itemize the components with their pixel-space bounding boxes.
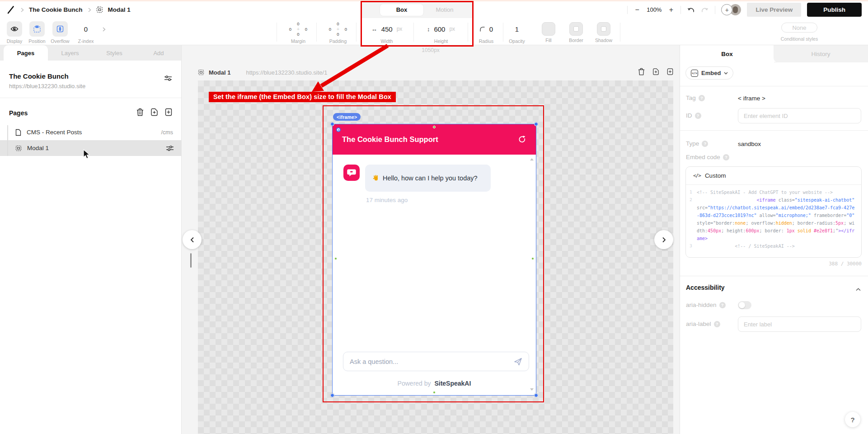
help-icon[interactable]: ? <box>699 95 705 101</box>
duplicate-frame-icon[interactable] <box>652 68 659 77</box>
zoom-level[interactable]: 100% <box>647 6 662 13</box>
selection-handle-bottom-center[interactable] <box>433 391 436 394</box>
sidebar-tab-add[interactable]: Add <box>136 45 181 61</box>
width-unit[interactable]: px <box>397 26 403 32</box>
chatbot-embed[interactable]: The Cookie Bunch Support Hello, how can … <box>332 124 536 396</box>
width-value[interactable]: 450 <box>381 25 393 33</box>
zindex-value[interactable]: 0 <box>84 21 88 37</box>
width-control[interactable]: ↔ 450 px Width <box>362 21 411 44</box>
border-control[interactable]: Border <box>567 21 586 43</box>
canvas-scrollbar[interactable] <box>190 253 192 268</box>
radius-control[interactable]: 0 Radius <box>473 21 500 44</box>
sidebar-tab-pages[interactable]: Pages <box>4 45 48 61</box>
refresh-icon[interactable] <box>518 135 526 144</box>
selection-handle-bottom-left[interactable] <box>330 393 334 397</box>
border-swatch[interactable] <box>569 22 583 36</box>
overflow-icon[interactable] <box>52 21 68 37</box>
scroll-up-icon[interactable] <box>530 158 534 160</box>
fill-swatch[interactable] <box>542 22 555 36</box>
design-canvas[interactable]: 1050px Modal 1 https://blue132230.studio… <box>182 45 680 434</box>
help-icon[interactable]: ? <box>719 302 726 308</box>
help-icon[interactable]: ? <box>702 141 708 147</box>
delete-frame-icon[interactable] <box>638 68 645 77</box>
shadow-control[interactable]: Shadow <box>593 21 615 43</box>
publish-button[interactable]: Publish <box>807 3 862 17</box>
tag-value: < iframe > <box>738 95 765 102</box>
help-icon[interactable]: ? <box>714 321 720 327</box>
selection-handle-top-right[interactable] <box>534 122 538 126</box>
padding-control[interactable]: 0 0+0 0 Padding <box>321 21 355 44</box>
zoom-in-button[interactable]: + <box>667 6 675 14</box>
position-icon[interactable] <box>29 21 45 37</box>
help-icon[interactable]: ? <box>695 113 701 119</box>
tab-motion[interactable]: Motion <box>424 6 465 13</box>
live-preview-button[interactable]: Live Preview <box>747 3 801 17</box>
height-value[interactable]: 600 <box>434 25 445 33</box>
redo-icon[interactable] <box>701 7 709 13</box>
delete-page-icon[interactable] <box>136 108 144 118</box>
page-settings-icon[interactable] <box>166 145 181 151</box>
toolbar-expand-chevron[interactable] <box>102 27 106 32</box>
sidebar-tab-styles[interactable]: Styles <box>92 45 136 61</box>
id-label: ID? <box>686 112 701 119</box>
duplicate-page-icon[interactable] <box>150 108 158 118</box>
sitespeak-brand-link[interactable]: SiteSpeakAI <box>434 380 471 387</box>
iframe-element-badge[interactable]: <iframe> <box>333 113 361 121</box>
selection-handle-mid-left[interactable] <box>334 257 337 260</box>
height-control[interactable]: ↕ 600 px Height <box>417 21 465 44</box>
selection-handle-top-center[interactable] <box>433 126 436 128</box>
tab-box[interactable]: Box <box>380 4 424 16</box>
breadcrumb-site[interactable]: The Cookie Bunch <box>29 6 83 13</box>
margin-control[interactable]: 0 0+0 0 Margin <box>281 21 315 44</box>
send-icon[interactable] <box>514 358 522 366</box>
page-row-modal[interactable]: Modal 1 <box>0 140 181 156</box>
scroll-down-icon[interactable] <box>530 388 534 391</box>
margin-values[interactable]: 0 0+0 0 <box>286 21 310 37</box>
canvas-width-label: 1050px <box>182 47 680 53</box>
left-sidebar: Pages Layers Styles Add The Cookie Bunch… <box>0 45 182 434</box>
shadow-swatch[interactable] <box>597 22 610 36</box>
embed-code-editor[interactable]: 1<!-- SiteSpeakAI - Add ChatGPT to your … <box>686 185 861 253</box>
aria-label-input[interactable] <box>738 316 861 332</box>
sidebar-tab-layers[interactable]: Layers <box>48 45 92 61</box>
element-type-menu[interactable]: </> Embed <box>685 66 733 80</box>
chevron-up-icon[interactable] <box>856 285 861 293</box>
overflow-control[interactable]: Overflow <box>51 21 70 44</box>
canvas-page-title[interactable]: Modal 1 <box>209 69 230 76</box>
zindex-control[interactable]: 0 Z-index <box>76 21 96 44</box>
padding-values[interactable]: 0 0+0 0 <box>326 21 350 37</box>
canvas-page-url: https://blue132230.studio.site/1 <box>246 69 327 76</box>
breadcrumb-page[interactable]: Modal 1 <box>108 6 131 13</box>
selection-handle-mid-right[interactable] <box>531 257 534 260</box>
next-page-button[interactable] <box>654 230 673 249</box>
display-control[interactable]: Display <box>5 21 23 44</box>
position-control[interactable]: Position <box>28 21 46 44</box>
site-settings-icon[interactable] <box>164 75 172 83</box>
inspector-tab-history[interactable]: History <box>774 45 868 62</box>
embed-code-box[interactable]: </> Custom 1<!-- SiteSpeakAI - Add ChatG… <box>685 166 862 258</box>
aria-hidden-toggle[interactable] <box>738 301 751 309</box>
opacity-value[interactable]: 1 <box>515 21 519 37</box>
help-icon[interactable]: ? <box>723 154 729 160</box>
fill-control[interactable]: Fill <box>540 21 557 43</box>
radius-value[interactable]: 0 <box>489 25 493 33</box>
add-page-icon[interactable] <box>165 108 172 118</box>
chatbot-question-input[interactable] <box>350 358 514 365</box>
selection-handle-bottom-right[interactable] <box>534 393 538 397</box>
selection-handle-top-left[interactable] <box>330 122 334 126</box>
inspector-tab-box[interactable]: Box <box>680 45 774 62</box>
page-row-cms[interactable]: CMS - Recent Posts /cms <box>0 124 181 140</box>
help-button[interactable]: ? <box>845 412 860 427</box>
embed-code-mode[interactable]: </> Custom <box>686 167 861 185</box>
prev-page-button[interactable] <box>183 230 202 249</box>
pen-logo-icon[interactable] <box>6 5 15 14</box>
undo-icon[interactable] <box>687 7 695 13</box>
element-id-input[interactable] <box>738 108 861 123</box>
zoom-out-button[interactable]: − <box>633 6 641 14</box>
selection-anchor-dot[interactable] <box>336 127 341 132</box>
eye-icon[interactable] <box>7 21 22 37</box>
opacity-control[interactable]: 1 Opacity <box>507 21 527 44</box>
add-frame-icon[interactable] <box>667 68 673 77</box>
height-unit[interactable]: px <box>449 26 455 32</box>
conditional-styles-button[interactable]: None <box>781 23 817 33</box>
